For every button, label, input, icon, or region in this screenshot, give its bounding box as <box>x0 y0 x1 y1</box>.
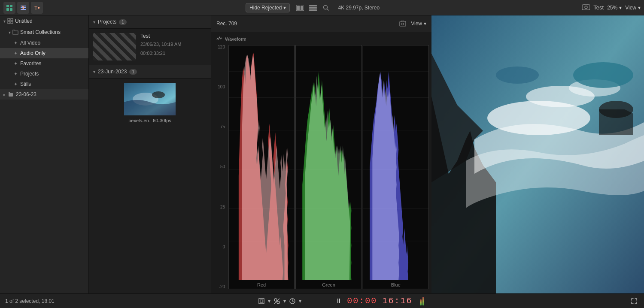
svg-rect-20 <box>11 18 13 21</box>
transform-tool[interactable] <box>257 296 266 306</box>
svg-rect-21 <box>8 21 10 24</box>
waveform-header: Rec. 709 View ▾ <box>211 15 431 32</box>
svg-rect-13 <box>309 7 317 9</box>
chevron-down-icon-2[interactable]: ▾ <box>283 298 286 304</box>
chevron-down-icon[interactable]: ▾ <box>268 298 270 304</box>
gear-icon: ✦ <box>14 82 18 87</box>
svg-point-29 <box>402 23 404 25</box>
svg-rect-14 <box>309 9 317 11</box>
date-label: 23-Jun-2023 <box>98 69 127 75</box>
video-preview <box>431 15 644 293</box>
channels-area: Red <box>228 45 429 289</box>
chevron-right-icon: ▸ <box>3 92 6 97</box>
media-label: pexels-en...60-30fps <box>128 118 171 123</box>
svg-rect-25 <box>124 83 176 115</box>
svg-rect-19 <box>8 18 10 21</box>
app-icon-1[interactable] <box>3 2 15 14</box>
svg-line-16 <box>327 9 329 10</box>
screenshot-icon[interactable] <box>398 19 407 28</box>
waveform-content: Waveform 120 100 75 50 25 0 -20 <box>211 32 431 293</box>
sidebar-item-label: All Video <box>20 40 40 46</box>
folder-label: 23-06-23 <box>16 91 36 97</box>
sidebar-item-label: Stills <box>20 81 31 87</box>
sidebar-item-audio-only[interactable]: ✦ Audio Only <box>0 48 88 58</box>
gear-icon: ✦ <box>14 71 18 77</box>
project-title: Test <box>140 33 207 39</box>
view-dropdown-button[interactable]: View ▾ <box>411 21 426 27</box>
list-view-button[interactable] <box>308 3 318 13</box>
date-section-header[interactable]: ▾ 23-Jun-2023 1 <box>89 65 211 79</box>
toolbar-center: Hide Rejected ▾ 4K 29.97p, Stereo <box>46 3 579 13</box>
bottom-bar: 1 of 2 selected, 18:01 ▾ ▾ ▾ ⏸ 00:00 16:… <box>0 293 644 308</box>
timecode-display: 00:00 16:16 <box>347 296 412 306</box>
svg-point-26 <box>133 93 158 106</box>
chevron-icon: ▾ <box>3 19 6 24</box>
view-button[interactable]: View ▾ <box>625 5 641 11</box>
sidebar-item-stills[interactable]: ✦ Stills <box>0 79 88 89</box>
svg-point-18 <box>585 6 587 9</box>
pause-button[interactable]: ⏸ <box>334 296 343 306</box>
search-button[interactable] <box>321 3 331 13</box>
sidebar-item-all-video[interactable]: ✦ All Video <box>0 38 88 48</box>
media-item-pexels[interactable]: pexels-en...60-30fps <box>89 79 211 127</box>
svg-rect-10 <box>297 6 300 10</box>
projects-count: 1 <box>119 19 127 25</box>
project-info: Test 23/06/23, 10:19 AM 00:00:33:21 <box>140 33 207 57</box>
zoom-control[interactable]: 25% ▾ <box>607 5 622 11</box>
smart-collections-header[interactable]: ▾ Smart Collections <box>0 27 88 38</box>
svg-rect-1 <box>10 5 12 7</box>
app-icon-3[interactable]: T <box>31 2 43 14</box>
project-date: 23/06/23, 10:19 AM <box>140 41 207 48</box>
untitled-root[interactable]: ▾ Untitled <box>0 15 88 27</box>
view-controls <box>295 3 331 13</box>
projects-label: Projects <box>98 19 116 25</box>
transport-left: ▾ ▾ ▾ <box>257 296 301 306</box>
grid-icon <box>7 18 13 24</box>
svg-rect-62 <box>260 300 263 302</box>
format-label: 4K 29.97p, Stereo <box>338 5 380 11</box>
svg-point-60 <box>496 66 539 84</box>
sidebar: ▾ Untitled ▾ Smart Collections ✦ All Vid… <box>0 15 89 293</box>
scope-icon <box>216 36 222 42</box>
svg-marker-37 <box>229 54 288 280</box>
svg-rect-0 <box>6 5 9 7</box>
fullscreen-button[interactable] <box>629 296 639 306</box>
svg-text:T: T <box>34 5 38 11</box>
camera-icon <box>582 4 590 11</box>
colorspace-label: Rec. 709 <box>216 21 237 27</box>
chevron-down-icon-3[interactable]: ▾ <box>299 298 301 304</box>
sidebar-item-label: Audio Only <box>20 50 46 56</box>
waveform-panel: Rec. 709 View ▾ Waveform <box>211 15 431 293</box>
browser-panel: ▾ Projects 1 Test 23/06/23, 10:19 AM 00:… <box>89 15 211 293</box>
waveform-title: Waveform <box>214 35 429 43</box>
speed-tool[interactable] <box>288 296 297 306</box>
film-strip-view-button[interactable] <box>295 3 305 13</box>
project-thumbnail <box>93 33 136 60</box>
hide-rejected-button[interactable]: Hide Rejected ▾ <box>246 3 290 12</box>
svg-rect-24 <box>9 93 13 97</box>
chevron-icon: ▾ <box>9 30 11 35</box>
smart-collections-label: Smart Collections <box>20 29 61 35</box>
red-channel: Red <box>228 45 295 289</box>
chevron-icon: ▾ <box>93 20 95 24</box>
svg-rect-23 <box>9 92 10 93</box>
svg-rect-12 <box>309 5 317 6</box>
trim-tool[interactable] <box>272 296 282 306</box>
app-icons: T <box>3 2 43 14</box>
app-icon-2[interactable] <box>17 2 29 14</box>
svg-rect-11 <box>301 6 303 10</box>
sidebar-folder-23-06-23[interactable]: ▸ 23-06-23 <box>0 89 88 100</box>
projects-section-header[interactable]: ▾ Projects 1 <box>89 15 211 29</box>
project-item-test[interactable]: Test 23/06/23, 10:19 AM 00:00:33:21 <box>89 29 211 65</box>
main-area: ▾ Untitled ▾ Smart Collections ✦ All Vid… <box>0 15 644 293</box>
sidebar-item-projects[interactable]: ✦ Projects <box>0 69 88 79</box>
sidebar-item-favorites[interactable]: ✦ Favorites <box>0 58 88 69</box>
sidebar-item-label: Favorites <box>20 60 41 66</box>
playback-controls: ▾ ▾ ▾ ⏸ 00:00 16:16 <box>60 296 624 306</box>
sidebar-item-label: Projects <box>20 71 39 77</box>
gear-icon: ✦ <box>14 51 18 56</box>
svg-marker-53 <box>363 72 399 280</box>
green-channel-label: Green <box>296 281 361 289</box>
blue-channel: Blue <box>363 45 429 289</box>
root-label: Untitled <box>15 18 33 24</box>
